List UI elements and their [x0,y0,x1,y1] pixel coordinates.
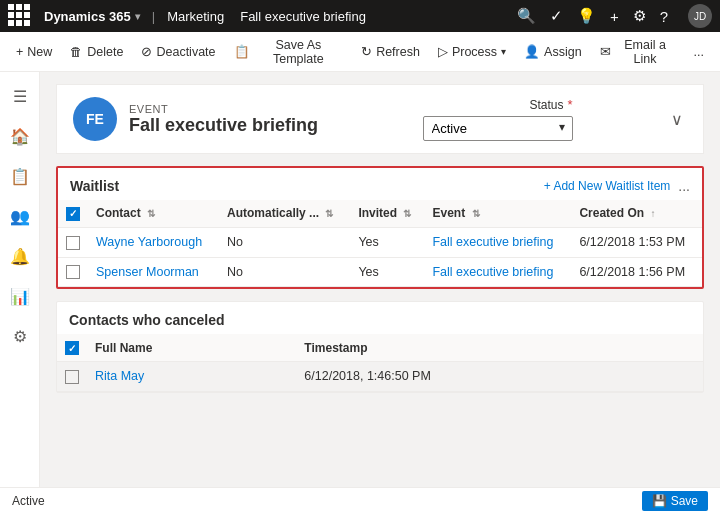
contact-column-header[interactable]: Contact ⇅ [88,200,219,227]
status-dropdown-wrapper: Active Inactive [423,116,573,141]
delete-icon: 🗑 [70,45,83,59]
waitlist-section: Waitlist + Add New Waitlist Item ... ✓ C… [56,166,704,289]
row1-event: Fall executive briefing [424,227,571,257]
row2-invited: Yes [350,257,424,287]
row2-contact-link[interactable]: Spenser Moorman [96,265,199,279]
assign-button[interactable]: 👤 Assign [516,36,590,68]
waitlist-title: Waitlist [70,178,119,194]
module-name[interactable]: Marketing [167,9,224,24]
created-on-sort-icon: ↑ [650,208,655,219]
top-navigation: Dynamics 365 ▾ | Marketing Fall executiv… [0,0,720,32]
waitlist-check-header[interactable]: ✓ [58,200,88,227]
table-row: Rita May 6/12/2018, 1:46:50 PM [57,362,703,392]
row2-created-on: 6/12/2018 1:56 PM [571,257,702,287]
waitlist-table-header-row: ✓ Contact ⇅ Automatically ... ⇅ Invited [58,200,702,227]
row2-event: Fall executive briefing [424,257,571,287]
sidebar: ☰ 🏠 📋 👥 🔔 📊 ⚙ [0,72,40,513]
new-button[interactable]: + New [8,36,60,68]
sidebar-records-icon[interactable]: 📋 [4,160,36,192]
help-icon[interactable]: ? [660,8,668,25]
row2-automatically: No [219,257,350,287]
canceled-row1-link[interactable]: Rita May [95,369,144,383]
settings-icon[interactable]: ⚙ [633,7,646,25]
app-name[interactable]: Dynamics 365 ▾ [44,9,140,24]
add-waitlist-item-button[interactable]: + Add New Waitlist Item [544,179,671,193]
status-dropdown[interactable]: Active Inactive [423,116,573,141]
row1-contact-link[interactable]: Wayne Yarborough [96,235,202,249]
main-content: FE EVENT Fall executive briefing Status … [40,72,720,513]
canceled-table-header-row: ✓ Full Name Timestamp [57,334,703,361]
save-as-template-button[interactable]: 📋 Save As Template [226,36,352,68]
select-all-checkbox[interactable]: ✓ [66,207,80,221]
row1-event-link[interactable]: Fall executive briefing [432,235,553,249]
sidebar-contacts-icon[interactable]: 👥 [4,200,36,232]
app-chevron-icon: ▾ [135,11,140,22]
lightbulb-icon[interactable]: 💡 [577,7,596,25]
record-title: Fall executive briefing [129,115,318,136]
invited-sort-icon: ⇅ [403,208,411,219]
check-icon[interactable]: ✓ [550,7,563,25]
sidebar-home-icon[interactable]: 🏠 [4,120,36,152]
user-avatar[interactable]: JD [688,4,712,28]
contact-sort-icon: ⇅ [147,208,155,219]
row2-check[interactable] [58,257,88,287]
record-header: FE EVENT Fall executive briefing Status … [56,84,704,154]
event-column-header[interactable]: Event ⇅ [424,200,571,227]
record-title-area: EVENT Fall executive briefing [129,103,318,136]
plus-icon[interactable]: + [610,8,619,25]
refresh-button[interactable]: ↻ Refresh [353,36,428,68]
fullname-column-header[interactable]: Full Name [87,334,296,361]
row1-checkbox[interactable] [66,236,80,250]
row2-contact: Spenser Moorman [88,257,219,287]
status-label: Status [529,98,563,112]
canceled-section-header: Contacts who canceled [57,302,703,334]
record-type: EVENT [129,103,318,115]
row1-created-on: 6/12/2018 1:53 PM [571,227,702,257]
nav-divider: | [152,9,155,24]
table-row: Wayne Yarborough No Yes Fall executive b… [58,227,702,257]
record-header-right: Status * Active Inactive [413,97,573,141]
process-button[interactable]: ▷ Process ▾ [430,36,514,68]
search-icon[interactable]: 🔍 [517,7,536,25]
canceled-row1-fullname: Rita May [87,362,296,392]
table-row: Spenser Moorman No Yes Fall executive br… [58,257,702,287]
more-button[interactable]: ... [686,36,712,68]
sidebar-menu-icon[interactable]: ☰ [4,80,36,112]
row2-event-link[interactable]: Fall executive briefing [432,265,553,279]
process-icon: ▷ [438,44,448,59]
row1-contact: Wayne Yarborough [88,227,219,257]
row1-check[interactable] [58,227,88,257]
canceled-row1-timestamp: 6/12/2018, 1:46:50 PM [296,362,703,392]
status-bar-text: Active [12,494,45,508]
status-field: Status * [529,97,572,112]
new-icon: + [16,45,23,59]
sidebar-analytics-icon[interactable]: 📊 [4,280,36,312]
canceled-check-header[interactable]: ✓ [57,334,87,361]
status-required-indicator: * [567,97,572,112]
canceled-row1-checkbox[interactable] [65,370,79,384]
waffle-menu[interactable] [8,4,32,28]
collapse-icon[interactable]: ∨ [667,106,687,133]
sidebar-notification-icon[interactable]: 🔔 [4,240,36,272]
created-on-column-header[interactable]: Created On ↑ [571,200,702,227]
record-breadcrumb: Fall executive briefing [240,9,509,24]
email-link-button[interactable]: ✉ Email a Link [592,36,684,68]
save-button[interactable]: 💾 Save [642,491,708,511]
automatically-column-header[interactable]: Automatically ... ⇅ [219,200,350,227]
process-dropdown-icon: ▾ [501,46,506,57]
status-bar: Active 💾 Save [0,487,720,513]
automatically-sort-icon: ⇅ [325,208,333,219]
sidebar-settings-icon[interactable]: ⚙ [4,320,36,352]
deactivate-button[interactable]: ⊘ Deactivate [133,36,223,68]
event-sort-icon: ⇅ [472,208,480,219]
timestamp-column-header[interactable]: Timestamp [296,334,703,361]
canceled-row1-check[interactable] [57,362,87,392]
row1-automatically: No [219,227,350,257]
invited-column-header[interactable]: Invited ⇅ [350,200,424,227]
canceled-select-all-checkbox[interactable]: ✓ [65,341,79,355]
waitlist-more-button[interactable]: ... [678,178,690,194]
delete-button[interactable]: 🗑 Delete [62,36,131,68]
row2-checkbox[interactable] [66,265,80,279]
canceled-title: Contacts who canceled [69,312,225,328]
command-bar: + New 🗑 Delete ⊘ Deactivate 📋 Save As Te… [0,32,720,72]
